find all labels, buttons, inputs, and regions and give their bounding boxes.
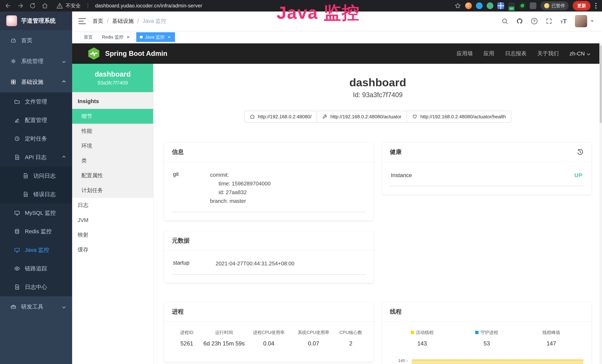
extension-puzzle-icon[interactable] — [530, 2, 536, 9]
sba-brand[interactable]: Spring Boot Admin — [105, 50, 167, 57]
instance-link[interactable]: Instance — [391, 172, 412, 178]
extension-leaf-icon[interactable] — [519, 2, 526, 9]
blue-swatch-icon — [475, 331, 479, 334]
avatar[interactable] — [575, 15, 587, 27]
sba-nav-about[interactable]: 关于我们 — [537, 50, 559, 57]
sidebar-item-config-mgmt[interactable]: 配置管理 — [0, 111, 72, 129]
heart-icon — [412, 114, 417, 119]
paused-label: 已暂停 — [552, 3, 565, 9]
forward-icon[interactable] — [17, 2, 24, 9]
process-col-uptime: 运行时间 6d 23h 15m 59s — [202, 330, 247, 347]
locale-select[interactable]: zh-CN — [570, 51, 590, 57]
reload-icon[interactable] — [29, 2, 36, 9]
search-icon[interactable] — [502, 18, 508, 24]
instance-nav-caches[interactable]: 缓存 — [72, 242, 153, 257]
tab-home[interactable]: 首页 — [80, 32, 96, 42]
browser-actions: on 已暂停 更新 — [454, 1, 597, 11]
instance-nav-mappings[interactable]: 映射 — [72, 227, 153, 242]
breadcrumb-home[interactable]: 首页 — [93, 17, 103, 25]
browser-menu-icon[interactable] — [595, 2, 597, 9]
scrollbar[interactable] — [599, 43, 602, 364]
sidebar-item-access-logs[interactable]: 访问日志 — [0, 167, 72, 185]
app-sidebar: 芋道管理系统 首页 系统管理 基础设施 — [0, 11, 72, 364]
col-header: CPU核心数 — [336, 330, 366, 335]
sidebar-item-label: 日志中心 — [25, 283, 47, 291]
annotation-java-monitor: Java 监控 — [277, 1, 360, 25]
sidebar-item-api-logs[interactable]: API 日志 — [0, 148, 72, 167]
history-icon[interactable] — [577, 149, 584, 156]
instance-nav-logs[interactable]: 日志 — [72, 198, 153, 213]
extension-grid-icon[interactable] — [497, 2, 504, 9]
sidebar-item-home[interactable]: 首页 — [0, 30, 72, 51]
bookmark-star-icon[interactable] — [454, 2, 461, 9]
threads-legend: 活动线程 143 守护进程 53 线程峰值 14 — [390, 324, 584, 353]
card-title: 健康 — [390, 148, 402, 156]
instance-nav-environment[interactable]: 环境 — [72, 139, 153, 153]
app-logo[interactable]: 芋道管理系统 — [0, 11, 72, 30]
app-menu: 首页 系统管理 基础设施 文件管理 配置管理 — [0, 30, 72, 317]
row-label: git — [173, 171, 210, 177]
help-icon[interactable] — [531, 18, 538, 24]
avatar-caret-icon[interactable] — [591, 20, 594, 22]
database-icon — [14, 228, 20, 234]
row-value: commit: time: 1596289704000 id: 27aa832 … — [210, 171, 271, 205]
actuator-url-button[interactable]: http://192.168.0.2:48080/actuator — [317, 111, 407, 123]
close-icon[interactable] — [167, 35, 172, 40]
tab-java-monitor[interactable]: Java 监控 — [136, 32, 175, 42]
paused-badge[interactable]: 已暂停 — [540, 1, 569, 10]
github-icon[interactable] — [516, 18, 523, 24]
menu-collapse-icon[interactable] — [78, 18, 86, 24]
wrench-icon — [322, 114, 327, 119]
sidebar-item-dev-tools[interactable]: 研发工具 — [0, 296, 72, 317]
scrollbar-thumb[interactable] — [600, 45, 602, 123]
instance-nav-config-props[interactable]: 配置属性 — [72, 168, 153, 183]
sidebar-item-file-mgmt[interactable]: 文件管理 — [0, 92, 72, 111]
url-text[interactable]: dashboard.yudao.iocoder.cn/infra/admin-s… — [95, 3, 202, 9]
instance-nav-performance[interactable]: 性能 — [72, 124, 153, 139]
gear-icon — [10, 58, 16, 64]
extension-vue-icon[interactable] — [487, 2, 493, 9]
col-value: 0.07 — [291, 340, 336, 347]
sidebar-item-scheduled-jobs[interactable]: 定时任务 — [0, 129, 72, 148]
sidebar-item-label: 访问日志 — [33, 172, 56, 180]
insights-group-title: Insights — [72, 92, 153, 109]
spring-boot-admin-logo[interactable] — [88, 47, 100, 60]
legend-daemon-threads: 守护进程 53 — [454, 330, 519, 347]
link-label: http://192.168.0.2:48080/actuator/health — [420, 114, 506, 120]
sidebar-item-mysql-monitor[interactable]: MySQL 监控 — [0, 203, 72, 222]
sidebar-item-error-logs[interactable]: 错误日志 — [0, 185, 72, 203]
threads-area-series — [412, 360, 583, 364]
sidebar-item-label: 配置管理 — [25, 117, 47, 124]
extension-drop-icon[interactable] — [476, 2, 483, 9]
instance-nav-classes[interactable]: 类 — [72, 153, 153, 168]
sba-nav-journal[interactable]: 日志报表 — [505, 50, 527, 57]
instance-header[interactable]: dashboard 93a3fc7f7409 — [72, 64, 153, 92]
health-url-button[interactable]: http://192.168.0.2:48080/actuator/health — [407, 111, 511, 123]
sba-nav-wallboard[interactable]: 应用墙 — [457, 50, 473, 57]
extension-switch-icon[interactable]: on — [508, 2, 515, 9]
tab-redis-monitor[interactable]: Redis 监控 — [98, 32, 134, 42]
chevron-down-icon — [587, 52, 590, 55]
instance-nav-details[interactable]: 细节 — [72, 109, 153, 124]
sidebar-item-redis-monitor[interactable]: Redis 监控 — [0, 222, 72, 241]
page-subtitle: Id: 93a3fc7f7409 — [164, 91, 592, 99]
fullscreen-icon[interactable] — [546, 18, 552, 24]
legend-label: 活动线程 — [390, 330, 455, 335]
update-button[interactable]: 更新 — [573, 1, 591, 11]
instance-nav-scheduled-tasks[interactable]: 计划任务 — [72, 183, 153, 198]
font-size-icon[interactable] — [560, 18, 567, 24]
instance-url-button[interactable]: http://192.168.0.2:48080/ — [244, 111, 317, 123]
sidebar-item-java-monitor[interactable]: Java 监控 — [0, 241, 72, 259]
security-chip[interactable]: 不安全 — [56, 2, 81, 9]
breadcrumb-infrastructure[interactable]: 基础设施 — [103, 17, 134, 25]
close-icon[interactable] — [126, 35, 130, 40]
instance-nav-jvm[interactable]: JVM — [72, 213, 153, 227]
sidebar-item-system-mgmt[interactable]: 系统管理 — [0, 51, 72, 72]
sidebar-item-infrastructure[interactable]: 基础设施 — [0, 72, 72, 92]
extension-fox-icon[interactable] — [465, 2, 472, 9]
sidebar-item-tracing[interactable]: 链路追踪 — [0, 259, 72, 278]
sba-nav-applications[interactable]: 应用 — [484, 50, 494, 57]
back-icon[interactable] — [5, 2, 11, 9]
sidebar-item-log-center[interactable]: 日志中心 — [0, 278, 72, 296]
home-icon[interactable] — [42, 2, 48, 9]
